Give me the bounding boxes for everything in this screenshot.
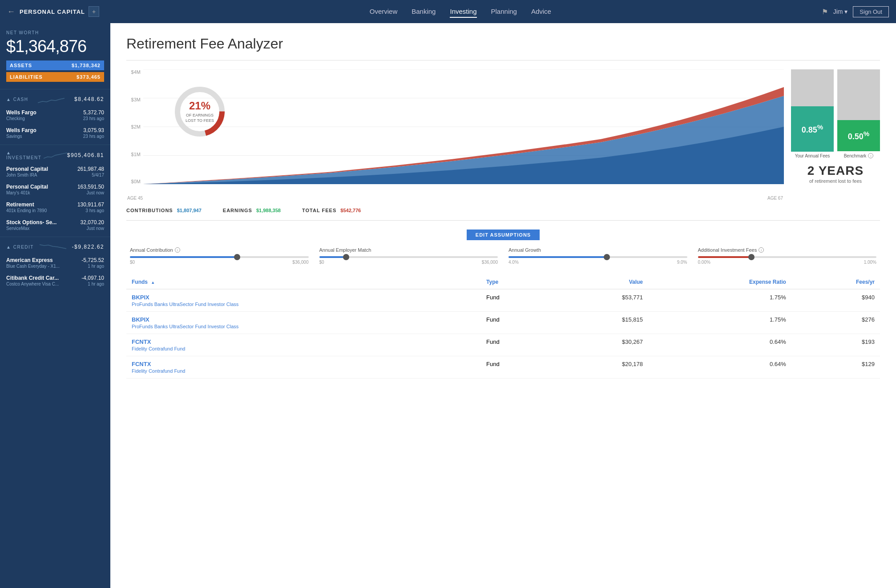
contributions-summary: CONTRIBUTIONS $1,807,947	[126, 208, 202, 213]
nav-links: Overview Banking Investing Planning Advi…	[370, 6, 551, 18]
fund-expense-ratio: 1.75%	[648, 289, 791, 312]
your-fees-pct: 0.85%	[802, 123, 823, 135]
main-layout: NET WORTH $1,364,876 ASSETS $1,738,342 L…	[0, 23, 896, 588]
annual-contribution-min: $0	[130, 260, 135, 265]
sidebar-account-stock-options[interactable]: Stock Options- Se... ServiceMax 32,070.2…	[0, 216, 110, 234]
fund-fees-yr: $193	[791, 334, 880, 356]
nav-link-banking[interactable]: Banking	[412, 6, 436, 18]
flag-icon[interactable]: ⚑	[822, 8, 828, 16]
y-label-4m: $4M	[131, 69, 141, 75]
sidebar-section-cash: ▲ CASH $8,448.62 Wells Fargo Checking 5,…	[0, 89, 110, 145]
annual-contribution-label: Annual Contribution i	[130, 247, 309, 253]
sidebar: NET WORTH $1,364,876 ASSETS $1,738,342 L…	[0, 23, 110, 588]
earnings-label: EARNINGS	[223, 208, 252, 213]
sidebar-account-pc-ira[interactable]: Personal Capital John Smith IRA 261,987.…	[0, 163, 110, 181]
annual-growth-track[interactable]	[509, 256, 687, 258]
sign-out-button[interactable]: Sign Out	[853, 6, 889, 17]
net-worth-value: $1,364,876	[6, 37, 104, 56]
nav-link-advice[interactable]: Advice	[531, 6, 551, 18]
table-row[interactable]: BKPIX ProFunds Banks UltraSector Fund In…	[126, 289, 880, 312]
benchmark-label: Benchmark i	[844, 153, 874, 158]
y-label-0m: $0M	[131, 179, 141, 184]
fees-yr-column-header[interactable]: Fees/yr	[791, 275, 880, 289]
nav-add-button[interactable]: +	[89, 6, 99, 17]
nav-link-investing[interactable]: Investing	[450, 6, 476, 18]
table-row[interactable]: FCNTX Fidelity Contrafund Fund Fund $20,…	[126, 356, 880, 379]
annual-growth-slider-group: Annual Growth 4.0% 9.0%	[509, 247, 687, 265]
additional-fees-info-icon[interactable]: i	[759, 247, 764, 253]
fund-ticker: BKPIX	[132, 294, 476, 301]
x-label-age67: AGE 67	[767, 196, 783, 201]
liabilities-label: LIABILITIES	[10, 74, 43, 80]
nav-link-planning[interactable]: Planning	[491, 6, 517, 18]
annual-employer-match-track[interactable]	[319, 256, 498, 258]
annual-employer-match-label: Annual Employer Match	[319, 247, 498, 253]
investment-section-header[interactable]: ▲ INVESTMENT $905,406.81	[0, 148, 110, 163]
fund-value: $20,178	[553, 356, 648, 379]
expense-ratio-column-header[interactable]: Expense Ratio	[648, 275, 791, 289]
annual-growth-min: 4.0%	[509, 260, 519, 265]
sidebar-account-retirement[interactable]: Retirement 401k Ending in 7890 130,911.6…	[0, 198, 110, 216]
fund-expense-ratio: 1.75%	[648, 312, 791, 334]
fund-name: ProFunds Banks UltraSector Fund Investor…	[132, 302, 476, 307]
value-column-header[interactable]: Value	[553, 275, 648, 289]
additional-fees-min: 0.00%	[698, 260, 710, 265]
sidebar-account-wells-checking[interactable]: Wells Fargo Checking 5,372.70 23 hrs ago	[0, 106, 110, 124]
edit-assumptions-button[interactable]: EDIT ASSUMPTIONS	[467, 230, 540, 240]
fees-summary: TOTAL FEES $542,776	[302, 208, 361, 213]
annual-contribution-track[interactable]	[130, 256, 309, 258]
user-menu[interactable]: Jim ▾	[833, 8, 848, 15]
your-fees-bar-fill: 0.85%	[791, 106, 834, 152]
additional-fees-slider-group: Additional Investment Fees i 0.00% 1.00%	[698, 247, 877, 265]
sidebar-account-pc-401k[interactable]: Personal Capital Mary's 401k 163,591.50 …	[0, 181, 110, 198]
donut-label: OF EARNINGSLOST TO FEES	[186, 113, 214, 123]
sidebar-account-amex[interactable]: American Express Blue Cash Everyday - X1…	[0, 254, 110, 272]
benchmark-bar-fill: 0.50%	[837, 120, 880, 151]
funds-column-header[interactable]: Funds ▲	[126, 275, 481, 289]
benchmark-info-icon[interactable]: i	[868, 153, 873, 158]
benchmark-bar-outer: 0.50%	[837, 69, 880, 151]
annual-employer-match-min: $0	[319, 260, 324, 265]
main-chart-area: $4M $3M $2M $1M $0M	[126, 69, 784, 201]
nav-link-overview[interactable]: Overview	[370, 6, 398, 18]
donut-chart: 21% OF EARNINGSLOST TO FEES	[171, 83, 229, 141]
additional-fees-label: Additional Investment Fees i	[698, 247, 877, 253]
nav-right: ⚑ Jim ▾ Sign Out	[822, 6, 889, 17]
fee-bars: 0.85% Your Annual Fees 0.50% Benchmark	[791, 69, 880, 158]
fund-ticker: FCNTX	[132, 338, 476, 345]
fund-expense-ratio: 0.64%	[648, 356, 791, 379]
credit-section-header[interactable]: ▲ CREDIT -$9,822.62	[0, 240, 110, 254]
fund-type: Fund	[481, 289, 553, 312]
additional-fees-track[interactable]	[698, 256, 877, 258]
assets-row[interactable]: ASSETS $1,738,342	[6, 60, 104, 70]
annual-employer-match-slider-group: Annual Employer Match $0 $36,000	[319, 247, 498, 265]
funds-table: Funds ▲ Type Value Expense Ratio Fees/yr…	[126, 275, 880, 379]
net-worth-section: NET WORTH $1,364,876	[0, 23, 110, 60]
area-chart	[143, 69, 784, 184]
assets-value: $1,738,342	[72, 63, 101, 68]
sliders-section: Annual Contribution i $0 $36,000 Annual …	[126, 247, 880, 265]
nav-back-button[interactable]: ←	[7, 7, 15, 16]
liabilities-row[interactable]: LIABILITIES $373,465	[6, 72, 104, 82]
title-divider	[126, 60, 880, 60]
fund-ticker: BKPIX	[132, 316, 476, 323]
credit-total: -$9,822.62	[72, 244, 104, 250]
your-fees-label: Your Annual Fees	[795, 153, 830, 158]
annual-contribution-info-icon[interactable]: i	[175, 247, 180, 253]
page-title: Retirement Fee Analyzer	[126, 36, 880, 52]
table-row[interactable]: BKPIX ProFunds Banks UltraSector Fund In…	[126, 312, 880, 334]
annual-contribution-slider-group: Annual Contribution i $0 $36,000	[130, 247, 309, 265]
cash-section-header[interactable]: ▲ CASH $8,448.62	[0, 92, 110, 106]
benchmark-pct: 0.50%	[848, 130, 869, 141]
fund-expense-ratio: 0.64%	[648, 334, 791, 356]
edit-assumptions-bar: EDIT ASSUMPTIONS	[126, 230, 880, 240]
sidebar-account-wells-savings[interactable]: Wells Fargo Savings 3,075.93 23 hrs ago	[0, 124, 110, 142]
sidebar-account-citibank[interactable]: Citibank Credit Car... Costco Anywhere V…	[0, 272, 110, 290]
summary-row: CONTRIBUTIONS $1,807,947 EARNINGS $1,988…	[126, 208, 880, 213]
annual-growth-max: 9.0%	[677, 260, 687, 265]
contributions-label: CONTRIBUTIONS	[126, 208, 173, 213]
table-row[interactable]: FCNTX Fidelity Contrafund Fund Fund $30,…	[126, 334, 880, 356]
type-column-header[interactable]: Type	[481, 275, 553, 289]
net-worth-label: NET WORTH	[6, 30, 104, 35]
fund-name: Fidelity Contrafund Fund	[132, 346, 476, 351]
